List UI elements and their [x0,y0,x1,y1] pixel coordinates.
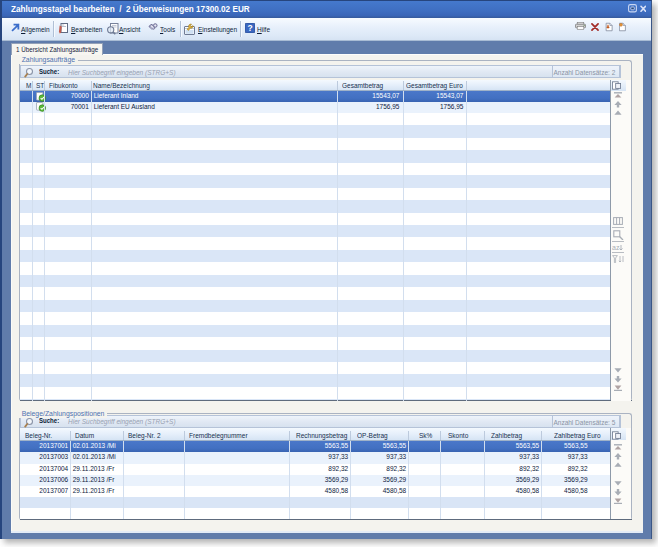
svg-text:?: ? [247,23,252,33]
svg-text:az: az [612,244,620,251]
